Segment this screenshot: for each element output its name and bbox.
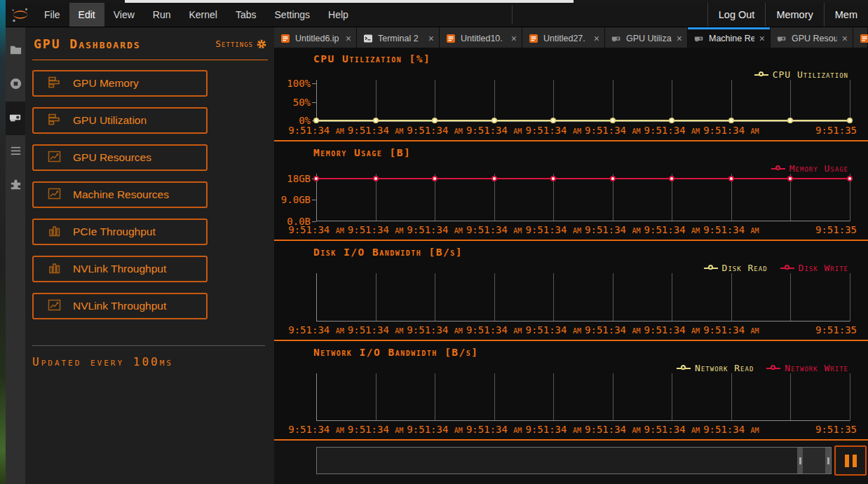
tab-untitled10[interactable]: Untitled10.× [440, 27, 522, 48]
legend-label: Memory Usage [789, 163, 848, 174]
menu-tabs[interactable]: Tabs [226, 3, 266, 27]
main-dock-panel: Untitled6.ip×Terminal 2×Untitled10.×Unti… [274, 27, 868, 484]
menu-help[interactable]: Help [319, 3, 358, 27]
x-tick-label: 9:51:34 am [703, 125, 759, 136]
x-axis [316, 420, 850, 421]
pause-icon [845, 455, 849, 467]
x-axis-labels: 9:51:34 am9:51:34 am9:51:34 am9:51:34 am… [316, 224, 850, 237]
tab-gpu-utiliza[interactable]: GPU Utiliza× [605, 27, 687, 48]
dashboard-button-gpu-memory-0[interactable]: GPU Memory [32, 70, 208, 97]
pause-button[interactable] [834, 445, 867, 476]
chart-title: Network I/O Bandwidth [B/s] [313, 347, 479, 358]
legend-entry-disk-write[interactable]: Disk Write [780, 263, 848, 273]
menu-settings[interactable]: Settings [266, 3, 320, 27]
tab-gpu-resou[interactable]: GPU Resou× [771, 27, 853, 48]
tab-partial[interactable] [853, 27, 867, 48]
plot-area: 100%50%0% [316, 80, 850, 122]
notebook-icon [529, 34, 538, 43]
menu-view[interactable]: View [104, 3, 144, 27]
data-point [373, 118, 379, 123]
data-point [847, 118, 853, 123]
close-icon[interactable]: × [511, 33, 517, 44]
legend-entry-network-read[interactable]: Network Read [677, 363, 754, 373]
activity-table-of-contents[interactable] [6, 135, 25, 169]
data-point [669, 176, 674, 181]
sidebar-header: GPU Dashboards Settings [32, 36, 268, 51]
tab-label: Untitled6.ip [295, 34, 341, 43]
close-icon[interactable]: × [677, 33, 682, 44]
tab-untitled6-ip[interactable]: Untitled6.ip× [274, 27, 356, 48]
dashboard-button-gpu-resources-2[interactable]: GPU Resources [32, 144, 208, 171]
topbar-log-out[interactable]: Log Out [707, 3, 766, 27]
machine-resources-dashboard: CPU Utilization [%]CPU Utilization100%50… [274, 48, 868, 484]
menu-file[interactable]: File [35, 3, 69, 27]
topbar-mem[interactable]: Mem [824, 3, 868, 27]
jupyterlab-window: FileEditViewRunKernelTabsSettingsHelp Lo… [6, 0, 868, 484]
gridline [672, 373, 672, 421]
x-tick-label: 9:51:34 am [585, 224, 640, 235]
data-point [432, 118, 438, 123]
x-tick-label: 9:51:34 am [644, 324, 700, 336]
close-icon[interactable]: × [346, 33, 351, 44]
dashboard-button-pcie-throughput-4[interactable]: PCIe Throughput [32, 219, 208, 245]
activity-bar [6, 27, 25, 484]
x-tick-label: 9:51:34 am [407, 424, 462, 435]
time-range-slider[interactable] [316, 447, 832, 474]
x-tick-label: 9:51:34 am [585, 125, 640, 136]
x-tick-label: 9:51:34 am [348, 125, 403, 136]
x-tick-label: 9:51:35 [815, 224, 857, 235]
tab-label: Untitled10. [461, 34, 506, 43]
menu-edit[interactable]: Edit [69, 3, 104, 27]
legend-entry-disk-read[interactable]: Disk Read [704, 263, 768, 273]
activity-extensions[interactable] [6, 169, 25, 202]
tab-machine-re[interactable]: Machine Re× [688, 27, 770, 48]
dashboard-button-nvlink-throughput-5[interactable]: NVLink Throughput [32, 256, 208, 282]
y-axis [316, 80, 317, 122]
close-icon[interactable]: × [759, 33, 765, 44]
close-icon[interactable]: × [428, 33, 434, 44]
chart-title: CPU Utilization [%] [313, 53, 430, 64]
legend-entry-memory-usage[interactable]: Memory Usage [771, 163, 848, 174]
legend-dot [759, 71, 764, 76]
legend-marker-icon [677, 365, 691, 371]
bar-chart-horizontal-icon [48, 76, 61, 92]
activity-gpu-dashboards[interactable] [6, 102, 25, 135]
dashboard-button-machine-resources-3[interactable]: Machine Resources [32, 181, 208, 208]
topbar-memory[interactable]: Memory [765, 3, 823, 27]
menu-kernel[interactable]: Kernel [179, 3, 226, 27]
tab-untitled27[interactable]: Untitled27.× [522, 27, 604, 48]
legend-entry-network-write[interactable]: Network Write [766, 363, 848, 373]
tab-label: Machine Re [709, 34, 754, 43]
x-tick-label: 9:51:34 am [525, 224, 581, 235]
slider-handle-right[interactable] [825, 448, 831, 473]
gridline [790, 373, 791, 421]
x-axis-labels: 9:51:34 am9:51:34 am9:51:34 am9:51:34 am… [316, 125, 850, 138]
menu-right-items: Log OutMemoryMem [707, 3, 868, 27]
slider-handle-left[interactable] [797, 448, 803, 473]
gear-icon [257, 39, 266, 49]
chart-title: Memory Usage [B] [313, 147, 411, 158]
legend-dot [785, 265, 789, 270]
x-axis-labels: 9:51:34 am9:51:34 am9:51:34 am9:51:34 am… [316, 324, 850, 338]
settings-button[interactable]: Settings [215, 39, 266, 49]
series-line-cpu-utilization [316, 120, 850, 121]
activity-files[interactable] [6, 34, 25, 68]
legend-marker-icon [780, 265, 794, 271]
x-tick-label: 9:51:34 am [288, 125, 344, 136]
dashboard-button-gpu-utilization-1[interactable]: GPU Utilization [32, 107, 208, 134]
gridline [376, 373, 377, 421]
x-tick-label: 9:51:34 am [288, 324, 344, 336]
close-icon[interactable]: × [842, 33, 848, 44]
chart-title: Disk I/O Bandwidth [B/s] [313, 247, 463, 258]
y-tick-label: 100% [287, 78, 311, 89]
legend-entry-cpu-utilization[interactable]: CPU Utilization [754, 69, 848, 80]
slider-selected-range[interactable] [803, 448, 825, 473]
y-tick-mark [312, 221, 316, 222]
dashboard-button-nvlink-throughput-6[interactable]: NVLink Throughput [32, 293, 208, 319]
activity-running-kernels[interactable] [6, 68, 25, 102]
tab-terminal-2[interactable]: Terminal 2× [357, 27, 439, 48]
gridline [553, 273, 554, 321]
chart-network-i-o-bandwidth-b-s: Network I/O Bandwidth [B/s]Network ReadN… [274, 341, 868, 441]
menu-run[interactable]: Run [144, 3, 180, 27]
close-icon[interactable]: × [594, 33, 599, 44]
